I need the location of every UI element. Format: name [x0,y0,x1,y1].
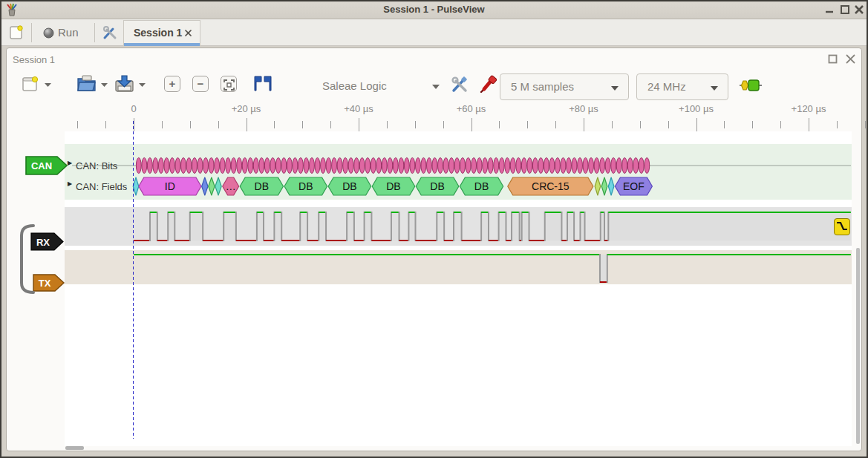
sample-rate-select[interactable]: 24 MHz [636,73,728,100]
can-field-label: DB [342,180,356,192]
vertical-scrollbar[interactable] [856,248,860,444]
can-bit-annotation [505,158,510,174]
add-decoder-icon[interactable] [740,79,762,92]
minimize-button[interactable] [824,4,836,15]
can-bit-annotation [203,158,209,174]
rx-wave-pulse-fill [190,212,203,241]
can-bit-annotation [186,158,192,174]
zoom-fit-button[interactable] [221,76,237,92]
can-bit-annotation [264,158,270,174]
zoom-in-button[interactable]: + [164,76,180,92]
can-bit-annotation [382,158,387,174]
decoder-tag-can[interactable]: CAN [25,156,68,175]
horizontal-scrollbar[interactable] [65,446,84,450]
can-bit-annotation [359,158,365,174]
title-bar[interactable]: Session 1 - PulseView [0,0,868,19]
zoom-out-button[interactable]: − [192,76,209,92]
ruler-minor-tick [612,121,613,128]
rx-wave-pulse-fill [567,212,574,241]
can-bit-annotation [477,158,482,174]
can-bit-annotation [600,158,605,174]
new-view-dropdown-icon[interactable] [44,82,52,88]
can-bit-annotation [578,158,583,174]
can-bit-annotation [516,158,521,174]
expander-fields-icon[interactable]: ▶ [68,180,72,187]
configure-device-icon[interactable] [450,75,469,94]
time-cursor[interactable] [133,121,134,439]
can-bit-annotation [549,158,555,174]
can-field-label: CRC-15 [532,180,570,192]
save-dropdown-icon[interactable] [138,82,146,88]
channels-probe-icon[interactable] [479,74,497,94]
can-bit-annotation [616,158,621,174]
ruler-minor-tick [190,121,191,128]
falling-edge-icon [835,220,849,233]
rx-wave-pulse-fill [257,212,264,241]
new-view-icon[interactable] [22,75,39,93]
can-field-label: DB [255,180,269,192]
can-bit-annotation [611,158,616,174]
new-session-icon[interactable] [9,24,24,41]
can-field-label: EOF [623,180,645,192]
can-field-label: ID [165,180,175,192]
can-bit-annotation [293,158,298,174]
can-bit-annotation [237,158,242,174]
rx-wave-pulse-fill [512,212,520,241]
ruler-minor-tick [302,121,303,128]
can-bit-annotation [393,158,398,174]
cursors-flags-icon[interactable] [253,75,273,92]
tab-close-icon[interactable] [184,29,192,37]
can-bit-annotation [567,158,572,174]
subwindow-close-icon[interactable] [845,53,856,65]
svg-text:RX: RX [36,237,50,248]
can-bit-annotation [153,158,158,174]
ruler-minor-tick [865,121,866,128]
ruler-minor-tick [105,121,106,128]
trigger-marker-falling-edge[interactable] [834,218,850,235]
can-bit-annotation [253,158,258,174]
channel-tag-tx[interactable]: TX [33,274,65,292]
channel-group-bracket[interactable] [17,223,36,295]
can-bit-annotation [304,158,309,174]
ruler-minor-tick [330,121,331,128]
trace-plot[interactable]: ID…DBDBDBDBDBDBCRC-15EOF [65,131,852,446]
svg-text:CAN: CAN [31,160,52,171]
can-bit-annotation [332,158,337,174]
maximize-button[interactable] [840,4,852,15]
toolbar-separator [31,23,32,42]
device-dropdown-icon[interactable] [431,84,440,90]
sample-count-value: 5 M samples [511,80,574,93]
can-bit-annotation [215,158,220,174]
run-icon[interactable] [43,27,54,39]
can-bit-annotation [594,158,599,174]
ruler-tick-label: +20 µs [232,103,261,114]
timeline-ruler[interactable]: 0+20 µs+40 µs+60 µs+80 µs+100 µs+120 µs [7,103,863,131]
rx-wave-pulse-fill [499,212,506,241]
save-file-icon[interactable] [114,73,134,93]
can-bit-annotation [321,158,326,174]
subwindow-maximize-icon[interactable] [828,54,838,64]
can-bit-annotation [415,158,420,174]
open-dropdown-icon[interactable] [100,82,108,88]
can-bit-annotation [471,158,477,174]
can-bit-annotation [242,158,247,174]
settings-tools-icon[interactable] [102,24,118,41]
tab-session-1[interactable]: Session 1 [123,20,200,46]
can-bit-annotation [181,158,186,174]
ruler-tick-label: +40 µs [344,103,373,114]
ruler-minor-tick [837,121,838,128]
sample-count-select[interactable]: 5 M samples [500,73,629,100]
can-bit-annotation [561,158,566,174]
ruler-major-tick [134,118,134,131]
ruler-minor-tick [527,121,528,128]
ruler-tick-label: +120 µs [792,103,826,114]
rx-wave-pulse-fill [300,212,307,241]
ruler-minor-tick [668,121,669,128]
run-button[interactable]: Run [58,26,79,39]
rx-wave-pulse-fill [319,212,326,241]
decoder-row-fields-label[interactable]: CAN: Fields [76,181,127,192]
open-file-icon[interactable] [76,73,97,93]
decoder-row-bits-label[interactable]: CAN: Bits [76,160,117,171]
device-selector[interactable]: Saleae Logic [322,79,387,92]
close-button[interactable] [854,4,866,15]
